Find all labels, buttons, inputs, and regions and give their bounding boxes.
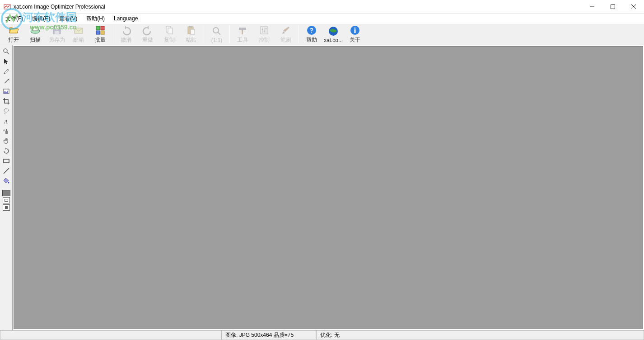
left-toolbox: A xyxy=(0,45,13,330)
svg-line-37 xyxy=(7,52,9,54)
scanner-icon xyxy=(30,25,41,36)
text-tool[interactable]: A xyxy=(1,117,11,126)
batch-icon xyxy=(95,25,106,36)
status-blank xyxy=(0,331,221,340)
redo-icon xyxy=(142,25,153,36)
wand-tool[interactable] xyxy=(1,77,11,86)
svg-rect-22 xyxy=(242,29,243,34)
svg-point-27 xyxy=(262,29,263,30)
batch-label: 批量 xyxy=(95,36,106,44)
help-label: 帮助 xyxy=(306,36,317,44)
about-button[interactable]: 关于 xyxy=(344,24,366,44)
eyedropper-tool[interactable] xyxy=(1,67,11,76)
xatcom-button[interactable]: xat.co... xyxy=(322,24,344,44)
svg-rect-47 xyxy=(4,159,9,163)
rect-tool[interactable] xyxy=(1,156,11,165)
color-swatch-fill[interactable] xyxy=(2,190,10,196)
lasso-tool[interactable] xyxy=(1,107,11,116)
copy-button[interactable]: 复制 xyxy=(159,24,180,44)
toolbar-separator xyxy=(299,25,299,43)
batch-button[interactable]: 批量 xyxy=(89,24,111,44)
svg-point-29 xyxy=(266,28,267,29)
saveas-button[interactable]: 另存为 xyxy=(46,24,68,44)
saveas-label: 另存为 xyxy=(49,36,65,44)
paste-button[interactable]: 粘贴 xyxy=(180,24,202,44)
undo-icon xyxy=(121,25,131,36)
svg-point-40 xyxy=(4,109,9,112)
svg-rect-13 xyxy=(96,31,100,34)
toolbar: 打开 扫描 另存为 邮箱 批量 xyxy=(0,24,644,45)
about-label: 关于 xyxy=(350,36,360,44)
brush-button[interactable]: 笔刷 xyxy=(275,24,297,44)
menu-language[interactable]: Language xyxy=(112,14,140,23)
control-panel-icon xyxy=(259,25,270,36)
svg-point-34 xyxy=(355,28,356,29)
svg-rect-14 xyxy=(101,31,104,34)
brush-icon xyxy=(280,25,291,36)
svg-line-48 xyxy=(4,168,9,174)
redo-button[interactable]: 重做 xyxy=(137,24,159,44)
xatcom-label: xat.co... xyxy=(324,37,343,43)
magnify-tool[interactable] xyxy=(1,47,11,56)
color-swatch-square-inset[interactable] xyxy=(3,197,10,203)
svg-line-21 xyxy=(218,32,220,35)
svg-rect-12 xyxy=(101,26,104,30)
pointer-tool[interactable] xyxy=(1,57,11,66)
tools-button[interactable]: 工具 xyxy=(232,24,253,44)
help-icon: ? xyxy=(306,25,317,36)
svg-rect-35 xyxy=(355,29,356,33)
svg-rect-16 xyxy=(168,28,173,34)
menu-file[interactable]: 文件(F) xyxy=(4,14,25,24)
app-icon xyxy=(4,3,11,10)
window-title: xat.com Image Optimizer Professional xyxy=(14,4,105,10)
hand-tool[interactable] xyxy=(1,137,11,146)
line-tool[interactable] xyxy=(1,166,11,175)
control-button[interactable]: 控制 xyxy=(253,24,275,44)
svg-text:A: A xyxy=(4,118,8,125)
status-image-info: 图像: JPG 500x464 品质=75 xyxy=(221,331,316,340)
menu-edit[interactable]: 编辑(E) xyxy=(30,14,52,24)
paste-icon xyxy=(186,25,196,36)
mailbox-button[interactable]: 邮箱 xyxy=(68,24,89,44)
svg-point-45 xyxy=(4,130,5,131)
scan-label: 扫描 xyxy=(30,36,41,44)
help-button[interactable]: ? 帮助 xyxy=(301,24,322,44)
scan-button[interactable]: 扫描 xyxy=(24,24,46,44)
image-tool[interactable] xyxy=(1,87,11,96)
svg-rect-19 xyxy=(191,29,195,34)
svg-point-44 xyxy=(4,129,5,130)
fill-tool[interactable] xyxy=(1,176,11,185)
open-label: 打开 xyxy=(8,36,19,44)
close-button[interactable] xyxy=(623,0,644,14)
mail-icon xyxy=(73,25,84,36)
menu-help[interactable]: 帮助(H) xyxy=(84,14,107,24)
zoom-1-1-button[interactable]: (1:1) xyxy=(206,24,228,44)
brush-label: 笔刷 xyxy=(280,36,291,44)
svg-rect-18 xyxy=(189,26,192,28)
statusbar: 图像: JPG 500x464 品质=75 优化: 无 xyxy=(0,330,644,340)
info-icon xyxy=(350,25,360,36)
control-label: 控制 xyxy=(259,36,270,44)
svg-rect-42 xyxy=(5,131,8,134)
menu-view[interactable]: 查看(V) xyxy=(57,14,79,24)
hammer-icon xyxy=(237,25,248,36)
tools-label: 工具 xyxy=(237,36,248,44)
minimize-button[interactable] xyxy=(582,0,602,14)
toolbar-separator xyxy=(113,25,113,43)
svg-rect-50 xyxy=(5,206,8,209)
mailbox-label: 邮箱 xyxy=(73,36,84,44)
svg-point-46 xyxy=(3,130,4,131)
canvas-workspace[interactable] xyxy=(14,46,643,329)
crop-tool[interactable] xyxy=(1,97,11,106)
rotate-tool[interactable] xyxy=(1,146,11,156)
main-area: A xyxy=(0,45,644,330)
spray-tool[interactable] xyxy=(1,127,11,136)
toolbar-separator xyxy=(229,25,230,43)
open-button[interactable]: 打开 xyxy=(3,24,24,44)
svg-point-36 xyxy=(4,49,7,52)
maximize-button[interactable] xyxy=(602,0,623,14)
copy-label: 复制 xyxy=(164,36,175,44)
toolbar-separator xyxy=(204,25,204,43)
color-swatch-outline[interactable] xyxy=(3,204,10,211)
undo-button[interactable]: 撤消 xyxy=(115,24,137,44)
